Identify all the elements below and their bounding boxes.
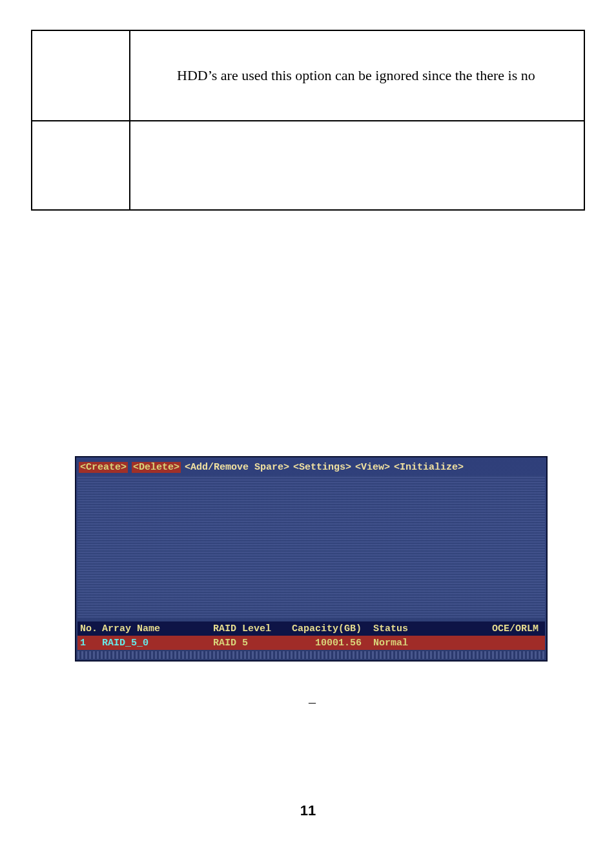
- row-status: Normal: [368, 638, 465, 649]
- row-no: 1: [77, 638, 102, 649]
- table-cell-left-1: [32, 30, 130, 121]
- hdr-oce: OCE/ORLM: [465, 623, 545, 634]
- options-table: HDD’s are used this option can be ignore…: [31, 30, 585, 211]
- menu-create[interactable]: <Create>: [79, 462, 128, 473]
- bios-screenshot: <Create> <Delete> <Add/Remove Spare> <Se…: [75, 456, 548, 662]
- hdr-no: No.: [77, 623, 102, 634]
- table-cell-left-2: [32, 121, 130, 210]
- bios-table-header: No. Array Name RAID Level Capacity(GB) S…: [77, 621, 545, 636]
- table-cell-right-2: [130, 121, 584, 210]
- bios-menu: <Create> <Delete> <Add/Remove Spare> <Se…: [79, 460, 544, 474]
- bios-table-row[interactable]: 1 RAID_5_0 RAID 5 10001.56 Normal: [77, 636, 545, 650]
- row1-text: HDD’s are used this option can be ignore…: [177, 67, 535, 83]
- page-number: 11: [0, 802, 616, 819]
- hdr-name: Array Name: [102, 623, 213, 634]
- menu-addremove-spare[interactable]: <Add/Remove Spare>: [185, 462, 289, 473]
- table-cell-right-1: HDD’s are used this option can be ignore…: [130, 30, 584, 121]
- hdr-cap: Capacity(GB): [283, 623, 368, 634]
- menu-view[interactable]: <View>: [355, 462, 390, 473]
- row-name: RAID_5_0: [102, 638, 213, 649]
- menu-initialize[interactable]: <Initialize>: [394, 462, 464, 473]
- dash-mark: –: [309, 694, 316, 711]
- hdr-status: Status: [368, 623, 465, 634]
- row-cap: 10001.56: [283, 638, 368, 649]
- menu-delete[interactable]: <Delete>: [132, 462, 181, 473]
- bios-footer-bar: [77, 651, 545, 659]
- bios-background-hatch: [77, 475, 545, 618]
- row-level: RAID 5: [213, 638, 283, 649]
- menu-settings[interactable]: <Settings>: [293, 462, 351, 473]
- hdr-level: RAID Level: [213, 623, 283, 634]
